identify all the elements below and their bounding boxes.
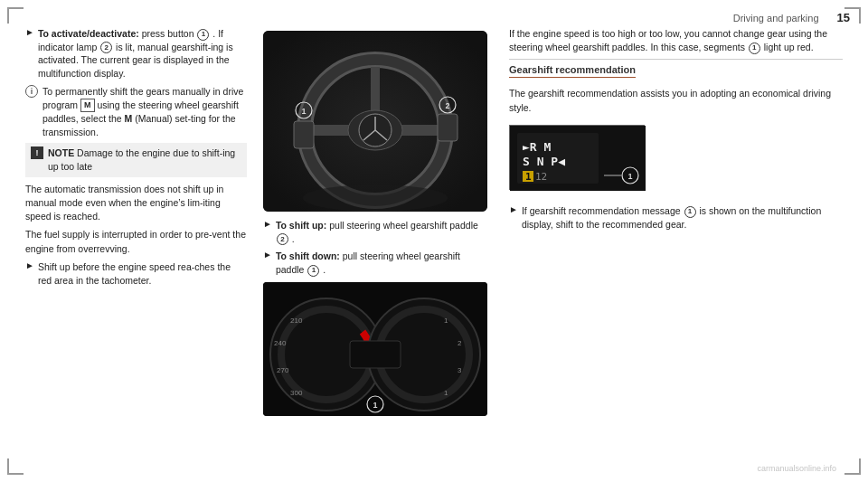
svg-text:2: 2 [458,339,462,347]
activate-content: To activate/deactivate: press button 1 .… [38,27,247,80]
steering-wheel-svg: 1 2 [263,31,487,212]
gear-display-container: ►R M S N P◀ 1 12 1 [509,119,843,197]
watermark: carmanualsonline.info [757,464,836,473]
note-box: ! NOTE Damage to the engine due to shift… [25,143,247,176]
svg-text:►R  M: ►R M [523,140,551,154]
svg-text:1: 1 [373,401,377,410]
circle-num-1: 1 [197,29,209,41]
shift-up-num: 2 [277,233,288,245]
arrow-icon-shift-down: ► [263,250,272,260]
svg-text:240: 240 [274,339,287,347]
arrow-icon-final: ► [509,204,518,214]
note-content: NOTE Damage to the engine due to shift-i… [48,146,241,173]
info-content: To permanently shift the gears manually … [42,85,247,139]
svg-text:1: 1 [525,171,532,183]
svg-text:1: 1 [301,107,306,116]
svg-text:1: 1 [444,317,448,325]
svg-text:300: 300 [290,389,303,397]
body-text-1: The automatic transmission does not shif… [25,183,247,224]
dashboard-image: 210 240 270 300 1 2 3 1 [263,282,487,416]
shift-down-content: To shift down: pull steering wheel gears… [276,250,491,276]
header-title: Driving and parking [733,13,819,24]
sub-bullet-content: Shift up before the engine speed rea-che… [38,260,247,287]
corner-decoration-tl [7,7,24,24]
section-heading: Gearshift recommendation [509,64,636,78]
page-header: Driving and parking 15 [733,11,850,24]
note-text: Damage to the engine due to shift-ing up… [48,147,235,172]
info-bullet: i To permanently shift the gears manuall… [25,85,247,139]
body-text-2: The fuel supply is interrupted in order … [25,228,247,255]
info-icon: i [25,85,38,98]
gear-display-image: ►R M S N P◀ 1 12 1 [509,125,645,190]
shift-down-period: . [323,264,326,275]
steering-wheel-image: 1 2 [263,31,487,212]
shift-up-bullet: ► To shift up: pull steering wheel gears… [263,219,491,245]
svg-text:12: 12 [535,171,547,183]
divider-1 [509,59,843,60]
final-bullet-content: If gearshift recommendation message 1 is… [522,204,843,231]
final-text-1: If gearshift recommendation message [522,205,684,216]
final-bullet: ► If gearshift recommendation message 1 … [509,204,843,231]
shift-up-period: . [292,233,295,244]
activate-text: press button [142,28,197,39]
left-column: ► To activate/deactivate: press button 1… [25,27,256,457]
right-body-1: If the engine speed is too high or too l… [509,27,843,54]
corner-decoration-bl [7,458,24,475]
shift-down-bullet: ► To shift down: pull steering wheel gea… [263,250,491,276]
shift-down-label: To shift down: [276,250,340,261]
shift-down-num: 1 [307,265,319,277]
right-body-2: The gearshift recommendation assists you… [509,87,843,114]
note-label: NOTE [48,147,74,158]
final-circle-1: 1 [684,206,696,218]
arrow-icon-shift-up: ► [263,219,272,229]
arrow-icon-1: ► [25,27,34,37]
gear-display-svg: ►R M S N P◀ 1 12 1 [510,126,646,191]
svg-text:1: 1 [444,389,448,397]
activate-bullet: ► To activate/deactivate: press button 1… [25,27,247,80]
svg-rect-11 [294,121,314,148]
svg-point-17 [303,184,448,212]
right-body-1-rest: light up red. [764,42,814,52]
svg-text:1: 1 [627,172,632,181]
circle-num-2: 2 [100,42,112,53]
activate-label: To activate/deactivate: [38,28,139,39]
right-column: If the engine speed is too high or too l… [498,27,843,457]
svg-text:3: 3 [458,366,462,374]
corner-decoration-br [844,458,861,475]
note-icon: ! [31,146,43,159]
dashboard-svg: 210 240 270 300 1 2 3 1 [263,282,487,416]
middle-column: 1 2 ► To shift up: pull steering wheel g… [256,27,498,457]
inline-box-m: M [80,99,95,112]
shift-up-content: To shift up: pull steering wheel gearshi… [276,219,491,245]
svg-text:270: 270 [277,366,289,374]
svg-rect-31 [350,341,401,368]
main-layout: ► To activate/deactivate: press button 1… [25,27,843,457]
header-page: 15 [837,11,850,24]
shift-up-label: To shift up: [276,220,326,231]
sub-bullet-1: ► Shift up before the engine speed rea-c… [25,260,247,287]
shift-up-text: pull steering wheel gearshift paddle [329,220,478,231]
svg-rect-12 [438,114,458,141]
svg-text:210: 210 [290,317,303,325]
arrow-icon-2: ► [25,260,34,270]
svg-text:S  N P◀: S N P◀ [523,155,565,168]
svg-text:2: 2 [445,101,449,110]
right-circle-1: 1 [749,43,760,54]
info-m-bold: M [124,113,132,124]
